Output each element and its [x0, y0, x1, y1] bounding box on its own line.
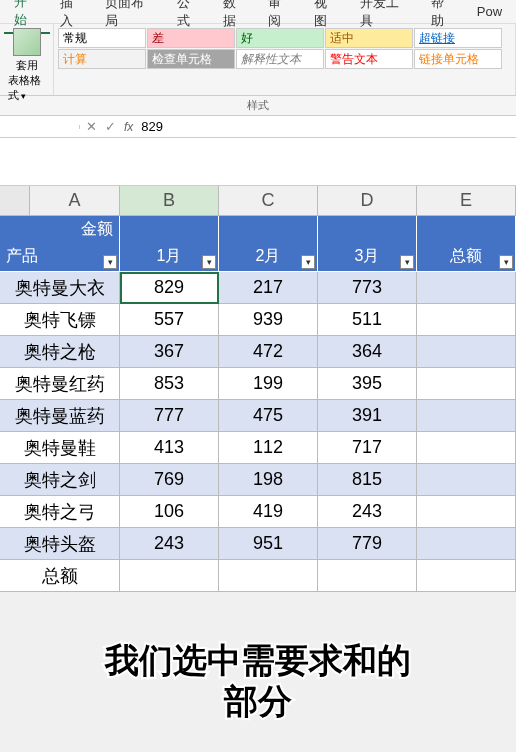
data-cell[interactable]: 829	[120, 272, 219, 304]
data-cell[interactable]: 853	[120, 368, 219, 400]
column-headers: ABCDE	[0, 186, 516, 216]
caption-line-1: 我们选中需要求和的	[0, 640, 516, 681]
table-row: 奥特之弓106419243	[0, 496, 516, 528]
filter-button-m3[interactable]: ▾	[400, 255, 414, 269]
data-cell[interactable]: 413	[120, 432, 219, 464]
format-group: 套用 表格格式▾	[0, 24, 54, 95]
table-row: 奥特曼红药853199395	[0, 368, 516, 400]
style-hyperlink[interactable]: 超链接	[414, 28, 502, 48]
col-header-E[interactable]: E	[417, 186, 516, 215]
table-row: 奥特之剑769198815	[0, 464, 516, 496]
data-cell[interactable]: 199	[219, 368, 318, 400]
select-all-corner[interactable]	[0, 186, 30, 215]
data-cell[interactable]: 112	[219, 432, 318, 464]
style-bad[interactable]: 差	[147, 28, 235, 48]
product-cell[interactable]: 奥特之剑	[0, 464, 120, 496]
data-cell[interactable]: 511	[318, 304, 417, 336]
col-header-A[interactable]: A	[30, 186, 120, 215]
table-row: 奥特曼鞋413112717	[0, 432, 516, 464]
header-month-3: 3月▾	[318, 242, 417, 271]
style-calculation[interactable]: 计算	[58, 49, 146, 69]
row-total-cell[interactable]	[417, 464, 516, 496]
formula-bar: ✕ ✓ fx	[0, 116, 516, 138]
data-cell[interactable]: 419	[219, 496, 318, 528]
row-total-cell[interactable]	[417, 272, 516, 304]
product-cell[interactable]: 奥特飞镖	[0, 304, 120, 336]
data-cell[interactable]: 367	[120, 336, 219, 368]
spreadsheet: ABCDE 金额 产品 ▾ 1月▾2月▾3月▾总额▾ 奥特曼大衣82921777…	[0, 186, 516, 592]
header-blank-4	[417, 216, 516, 242]
data-cell[interactable]: 769	[120, 464, 219, 496]
style-normal[interactable]: 常规	[58, 28, 146, 48]
data-cell[interactable]: 777	[120, 400, 219, 432]
style-warning[interactable]: 警告文本	[325, 49, 413, 69]
styles-group-label: 样式	[0, 96, 516, 116]
row-total-cell[interactable]	[417, 528, 516, 560]
data-cell[interactable]: 557	[120, 304, 219, 336]
table-header-row-1: 金额	[0, 216, 516, 242]
col-header-D[interactable]: D	[318, 186, 417, 215]
cancel-icon[interactable]: ✕	[86, 119, 97, 134]
row-total-cell[interactable]	[417, 432, 516, 464]
header-product: 产品 ▾	[0, 242, 120, 271]
filter-button-product[interactable]: ▾	[103, 255, 117, 269]
row-total-cell[interactable]	[417, 304, 516, 336]
data-cell[interactable]: 951	[219, 528, 318, 560]
table-row: 奥特曼蓝药777475391	[0, 400, 516, 432]
data-cell[interactable]: 773	[318, 272, 417, 304]
name-box[interactable]	[0, 125, 80, 129]
product-cell[interactable]: 奥特曼鞋	[0, 432, 120, 464]
row-total-cell[interactable]	[417, 368, 516, 400]
data-cell[interactable]: 395	[318, 368, 417, 400]
data-cell[interactable]: 243	[318, 496, 417, 528]
product-cell[interactable]: 奥特之弓	[0, 496, 120, 528]
table-format-button[interactable]: 套用 表格格式▾	[6, 26, 47, 105]
cell-styles-gallery: 常规 差 好 适中 超链接 计算 检查单元格 解释性文本 警告文本 链接单元格	[58, 28, 511, 69]
data-cell[interactable]: 779	[318, 528, 417, 560]
data-cell[interactable]: 364	[318, 336, 417, 368]
style-explanatory[interactable]: 解释性文本	[236, 49, 324, 69]
data-cell[interactable]: 391	[318, 400, 417, 432]
product-cell[interactable]: 奥特曼大衣	[0, 272, 120, 304]
data-cell[interactable]: 106	[120, 496, 219, 528]
data-cell[interactable]: 198	[219, 464, 318, 496]
row-total-cell[interactable]	[417, 496, 516, 528]
style-check-cell[interactable]: 检查单元格	[147, 49, 235, 69]
filter-button-m2[interactable]: ▾	[301, 255, 315, 269]
product-cell[interactable]: 奥特曼红药	[0, 368, 120, 400]
data-cell[interactable]: 475	[219, 400, 318, 432]
col-header-B[interactable]: B	[120, 186, 219, 215]
filter-button-m1[interactable]: ▾	[202, 255, 216, 269]
table-row: 奥特之枪367472364	[0, 336, 516, 368]
total-d[interactable]	[318, 560, 417, 592]
style-neutral[interactable]: 适中	[325, 28, 413, 48]
format-label-2: 表格格式▾	[8, 73, 45, 103]
total-label[interactable]: 总额	[0, 560, 120, 592]
product-cell[interactable]: 奥特头盔	[0, 528, 120, 560]
filter-button-total[interactable]: ▾	[499, 255, 513, 269]
product-cell[interactable]: 奥特之枪	[0, 336, 120, 368]
col-header-C[interactable]: C	[219, 186, 318, 215]
data-cell[interactable]: 939	[219, 304, 318, 336]
row-total-cell[interactable]	[417, 400, 516, 432]
table-row: 奥特曼大衣829217773	[0, 272, 516, 304]
data-cell[interactable]: 243	[120, 528, 219, 560]
style-linked-cell[interactable]: 链接单元格	[414, 49, 502, 69]
total-e[interactable]	[417, 560, 516, 592]
formula-input[interactable]	[141, 119, 510, 134]
product-cell[interactable]: 奥特曼蓝药	[0, 400, 120, 432]
style-good[interactable]: 好	[236, 28, 324, 48]
data-cell[interactable]: 815	[318, 464, 417, 496]
data-cell[interactable]: 472	[219, 336, 318, 368]
ribbon-tab-9[interactable]: Pow	[467, 1, 512, 22]
total-c[interactable]	[219, 560, 318, 592]
ribbon: 套用 表格格式▾ 常规 差 好 适中 超链接 计算 检查单元格 解释性文本 警告…	[0, 24, 516, 96]
data-cell[interactable]: 217	[219, 272, 318, 304]
total-b[interactable]	[120, 560, 219, 592]
row-total-cell[interactable]	[417, 336, 516, 368]
styles-group: 常规 差 好 适中 超链接 计算 检查单元格 解释性文本 警告文本 链接单元格	[54, 24, 516, 95]
confirm-icon[interactable]: ✓	[105, 119, 116, 134]
fx-icon[interactable]: fx	[124, 120, 133, 134]
data-cell[interactable]: 717	[318, 432, 417, 464]
header-blank-3	[318, 216, 417, 242]
